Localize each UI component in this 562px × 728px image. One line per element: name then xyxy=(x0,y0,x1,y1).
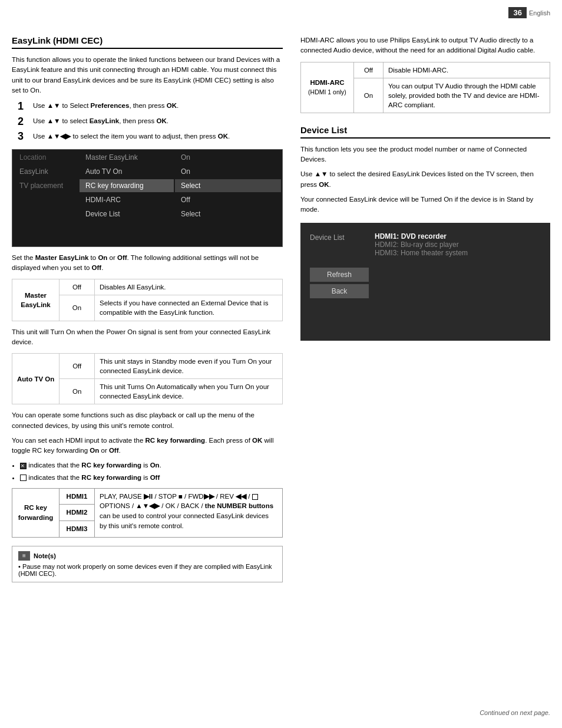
hdmi1-label: HDMI1 xyxy=(59,488,95,505)
auto-on-desc: This unit Turns On Automatically when yo… xyxy=(95,379,283,404)
rc-bullet-1: indicates that the RC key forwarding is … xyxy=(20,460,283,470)
page-number: 36 xyxy=(508,7,526,18)
left-column: EasyLink (HDMI CEC) This function allows… xyxy=(12,35,283,582)
device-item-2[interactable]: HDMI2: Blu-ray disc player xyxy=(375,241,468,249)
device-list-buttons: Refresh Back xyxy=(310,268,541,298)
two-column-layout: EasyLink (HDMI CEC) This function allows… xyxy=(12,35,550,582)
rc-forwarding-table: RC keyforwarding HDMI1 PLAY, PAUSE ▶II /… xyxy=(12,488,283,538)
hdmi-arc-on-desc: You can output TV Audio through the HDMI… xyxy=(384,78,550,113)
master-off-desc: Disables All EasyLink. xyxy=(95,279,283,295)
device-list-title: Device List xyxy=(300,125,550,139)
hdmi-arc-on-label: On xyxy=(354,78,384,113)
rc-row: RC keyforwarding HDMI1 PLAY, PAUSE ▶II /… xyxy=(12,488,283,505)
device-list-section: Device List This function lets you see t… xyxy=(300,125,550,341)
step-3-num: 3 xyxy=(18,130,28,143)
page-language: English xyxy=(529,9,550,17)
step-2-text: Use ▲▼ to select EasyLink, then press OK… xyxy=(33,116,168,124)
device-list-items: HDMI1: DVD recorder HDMI2: Blu-ray disc … xyxy=(375,232,468,257)
easylink-section-title: EasyLink (HDMI CEC) xyxy=(12,35,283,49)
rc-bullet-2: indicates that the RC key forwarding is … xyxy=(20,473,283,482)
easylink-steps: 1 Use ▲▼ to Select Preferences, then pre… xyxy=(18,100,283,143)
auto-label: Auto TV On xyxy=(12,354,59,404)
menu-value-4: Off xyxy=(175,193,281,206)
hdmi-arc-table: HDMI-ARC(HDMI 1 only) Off Disable HDMI-A… xyxy=(300,62,550,113)
rc-bullet-list: indicates that the RC key forwarding is … xyxy=(20,460,283,482)
step-3-text: Use ▲▼◀▶ to select the item you want to … xyxy=(33,130,230,140)
note-icon: ≡ xyxy=(18,551,30,561)
master-off-label: Off xyxy=(59,279,95,295)
menu-row-spacer xyxy=(14,222,281,245)
hdmi-arc-label: HDMI-ARC(HDMI 1 only) xyxy=(301,62,354,113)
step-3: 3 Use ▲▼◀▶ to select the item you want t… xyxy=(18,130,283,143)
menu-loc-3: TV placement xyxy=(14,179,78,192)
menu-value-1: On xyxy=(175,151,281,164)
hdmi2-label: HDMI2 xyxy=(59,505,95,521)
master-label: MasterEasyLink xyxy=(12,279,59,321)
device-list-select: Use ▲▼ to select the desired EasyLink De… xyxy=(300,169,550,190)
menu-row-3: TV placement RC key forwarding Select xyxy=(14,179,281,192)
back-button[interactable]: Back xyxy=(310,284,369,298)
note-label: Note(s) xyxy=(34,552,56,559)
note-text: • Pause may not work properly on some de… xyxy=(18,563,276,577)
auto-tv-table: Auto TV On Off This unit stays in Standb… xyxy=(12,353,283,404)
continued-text: Continued on next page. xyxy=(480,709,550,716)
options-icon xyxy=(252,494,258,500)
menu-loc-2: EasyLink xyxy=(14,165,78,178)
page-number-bar: 36 English xyxy=(508,7,550,18)
menu-row-4: HDMI-ARC Off xyxy=(14,193,281,206)
step-1-text: Use ▲▼ to Select Preferences, then press… xyxy=(33,100,178,109)
rc-label: RC keyforwarding xyxy=(12,488,59,537)
menu-setting-4: HDMI-ARC xyxy=(80,193,174,206)
menu-value-5: Select xyxy=(175,207,281,220)
step-2: 2 Use ▲▼ to select EasyLink, then press … xyxy=(18,116,283,129)
menu-value-3: Select xyxy=(175,179,281,192)
step-1-num: 1 xyxy=(18,100,28,113)
hdmi-arc-off-desc: Disable HDMI-ARC. xyxy=(384,62,550,78)
auto-off-label: Off xyxy=(59,354,95,379)
refresh-button[interactable]: Refresh xyxy=(310,268,369,282)
master-row-off: MasterEasyLink Off Disables All EasyLink… xyxy=(12,279,283,295)
master-on-desc: Selects if you have connected an Externa… xyxy=(95,295,283,321)
auto-row-off: Auto TV On Off This unit stays in Standb… xyxy=(12,354,283,379)
step-2-num: 2 xyxy=(18,116,28,129)
device-list-row: Device List HDMI1: DVD recorder HDMI2: B… xyxy=(310,232,541,257)
page-container: 36 English EasyLink (HDMI CEC) This func… xyxy=(0,0,562,728)
menu-row-1: Location Master EasyLink On xyxy=(14,151,281,164)
rc-key-text2: You can set each HDMI input to activate … xyxy=(12,436,283,456)
unchecked-checkbox-icon xyxy=(20,475,27,481)
hdmi-arc-row-off: HDMI-ARC(HDMI 1 only) Off Disable HDMI-A… xyxy=(301,62,550,78)
hdmi3-label: HDMI3 xyxy=(59,521,95,537)
rc-key-text1: You can operate some functions such as d… xyxy=(12,410,283,431)
device-list-intro: This function lets you see the product m… xyxy=(300,144,550,165)
master-on-label: On xyxy=(59,295,95,321)
note-box: ≡ Note(s) • Pause may not work properly … xyxy=(12,546,283,582)
checked-checkbox-icon xyxy=(20,463,27,469)
menu-loc-4 xyxy=(14,193,78,206)
menu-setting-5: Device List xyxy=(80,207,174,220)
device-list-screen: Device List HDMI1: DVD recorder HDMI2: B… xyxy=(300,223,550,341)
menu-row-2: EasyLink Auto TV On On xyxy=(14,165,281,178)
master-easylink-table: MasterEasyLink Off Disables All EasyLink… xyxy=(12,279,283,321)
easylink-intro: This function allows you to operate the … xyxy=(12,55,283,95)
note-header: ≡ Note(s) xyxy=(18,551,276,561)
device-list-label: Device List xyxy=(310,232,357,242)
device-list-note: Your connected EasyLink device will be T… xyxy=(300,195,550,215)
easylink-menu-table: Location Master EasyLink On EasyLink Aut… xyxy=(12,149,283,247)
menu-value-2: On xyxy=(175,165,281,178)
turn-on-text: This unit will Turn On when the Power On… xyxy=(12,327,283,348)
menu-setting-3: RC key forwarding xyxy=(80,179,174,192)
auto-off-desc: This unit stays in Standby mode even if … xyxy=(95,354,283,379)
menu-setting-2: Auto TV On xyxy=(80,165,174,178)
menu-setting-1: Master EasyLink xyxy=(80,151,174,164)
device-item-3[interactable]: HDMI3: Home theater system xyxy=(375,249,468,257)
rc-desc: PLAY, PAUSE ▶II / STOP ■ / FWD▶▶ / REV ◀… xyxy=(95,488,283,537)
menu-spacer xyxy=(14,222,281,245)
step-1: 1 Use ▲▼ to Select Preferences, then pre… xyxy=(18,100,283,113)
device-item-1[interactable]: HDMI1: DVD recorder xyxy=(375,232,468,241)
hdmi-arc-intro: HDMI-ARC allows you to use Philips EasyL… xyxy=(300,35,550,56)
menu-loc-5 xyxy=(14,207,78,220)
hdmi-arc-off-label: Off xyxy=(354,62,384,78)
right-column: HDMI-ARC allows you to use Philips EasyL… xyxy=(300,35,550,582)
master-easylink-text: Set the Master EasyLink to On or Off. Th… xyxy=(12,253,283,274)
auto-on-label: On xyxy=(59,379,95,404)
